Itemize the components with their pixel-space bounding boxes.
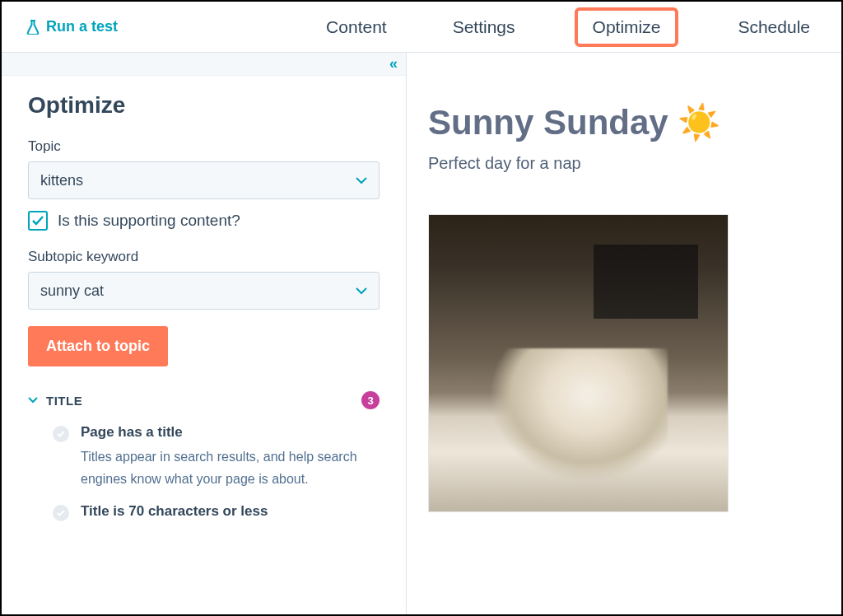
tab-optimize[interactable]: Optimize [575,7,679,47]
check-circle-icon [53,426,69,442]
main-area: « Optimize Topic kittens Is this support… [2,53,841,614]
run-test-label: Run a test [46,18,118,35]
attach-to-topic-button[interactable]: Attach to topic [28,326,168,366]
caret-down-icon [356,282,367,300]
tab-schedule[interactable]: Schedule [731,9,817,45]
content-image [428,214,729,512]
supporting-content-row: Is this supporting content? [28,211,380,231]
topic-select[interactable]: kittens [28,161,380,199]
content-preview: Sunny Sunday ☀️ Perfect day for a nap [407,53,841,614]
collapse-left-icon: « [389,55,394,72]
supporting-label: Is this supporting content? [58,212,240,230]
check-item: Title is 70 characters or less [28,503,380,525]
subtopic-select[interactable]: sunny cat [28,272,380,310]
subtopic-label: Subtopic keyword [28,249,380,265]
page-title: Sunny Sunday ☀️ [428,102,817,142]
check-circle-icon [53,505,69,521]
flask-icon [26,20,40,35]
run-a-test-link[interactable]: Run a test [26,18,118,35]
check-desc: Titles appear in search results, and hel… [81,446,380,490]
optimize-panel: Optimize Topic kittens Is this supportin… [2,76,406,614]
chevron-down-icon [28,393,38,408]
check-content: Title is 70 characters or less [81,503,268,525]
check-content: Page has a title Titles appear in search… [81,424,380,490]
check-title: Page has a title [81,424,380,441]
page-subtitle: Perfect day for a nap [428,154,817,173]
editor-header: Run a test Content Settings Optimize Sch… [2,2,841,53]
subtopic-value: sunny cat [40,282,104,300]
check-item: Page has a title Titles appear in search… [28,424,380,490]
optimize-sidebar: « Optimize Topic kittens Is this support… [2,53,407,614]
supporting-checkbox[interactable] [28,211,48,231]
section-badge: 3 [361,391,380,409]
sidebar-collapse-bar[interactable]: « [2,53,406,76]
topic-label: Topic [28,138,380,155]
topic-value: kittens [40,172,83,189]
check-title: Title is 70 characters or less [81,503,268,520]
section-title-label: TITLE [46,394,353,408]
nav-tabs: Content Settings Optimize Schedule [118,2,817,52]
tab-content[interactable]: Content [319,9,394,45]
panel-title: Optimize [28,92,380,119]
caret-down-icon [356,172,367,189]
section-header-title[interactable]: TITLE 3 [28,391,380,409]
tab-settings[interactable]: Settings [446,9,522,45]
